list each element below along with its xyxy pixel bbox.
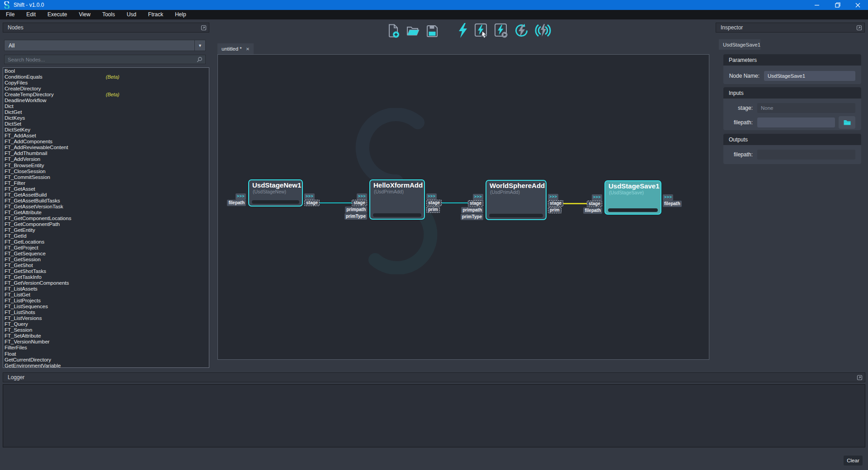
node-list-item[interactable]: DictGet — [3, 109, 209, 115]
node-list-item[interactable]: FT_ListProjects — [3, 298, 209, 304]
node-list-item[interactable]: CreateTempDirectory(Beta) — [3, 92, 209, 98]
node-list-item[interactable]: DictSet — [3, 121, 209, 127]
node-list-item[interactable]: FT_GetVersionComponents — [3, 280, 209, 286]
node-list-item[interactable]: FT_AddReviewableContent — [3, 145, 209, 150]
node-list-item[interactable]: Bool — [3, 68, 209, 74]
tab-close-icon[interactable]: ✕ — [246, 47, 250, 52]
node-list-item[interactable]: FT_GetLocations — [3, 239, 209, 245]
input-port-filepath[interactable]: filepath — [583, 207, 602, 214]
node-list-item[interactable]: FT_GetId — [3, 233, 209, 239]
node-list-item[interactable]: DeadlineWorkflow — [3, 98, 209, 103]
graph-node[interactable]: UsdStageSave1(UsdStageSave) — [604, 180, 661, 215]
undock-icon[interactable] — [201, 25, 207, 32]
output-port-stage[interactable]: stage — [426, 200, 442, 206]
node-list-item[interactable]: FT_GetShotTasks — [3, 268, 209, 274]
output-port-filepath[interactable]: filepath — [663, 201, 682, 207]
menu-usd[interactable]: Usd — [121, 10, 142, 19]
graph-node[interactable]: UsdStageNew1(UsdStageNew) — [248, 179, 303, 207]
restore-button[interactable] — [827, 0, 848, 10]
node-list-item[interactable]: FT_AddThumbnail — [3, 150, 209, 156]
minimize-button[interactable] — [807, 0, 827, 10]
node-list-item[interactable]: FT_Session — [3, 327, 209, 333]
input-port-stage[interactable]: stage — [352, 200, 367, 206]
node-list-item[interactable]: FT_ListSequences — [3, 304, 209, 310]
search-input[interactable] — [5, 57, 197, 62]
menu-tools[interactable]: Tools — [96, 10, 121, 19]
undock-icon[interactable] — [857, 375, 863, 382]
node-list-item[interactable]: ConditionEquals(Beta) — [3, 74, 209, 80]
exec-out-port[interactable]: >>> — [304, 193, 315, 200]
node-list-item[interactable]: FT_GetComponentPath — [3, 221, 209, 227]
soft-execute-icon[interactable] — [514, 23, 529, 38]
node-list-item[interactable]: FT_ListShots — [3, 310, 209, 315]
node-name-field[interactable] — [764, 71, 855, 81]
open-graph-icon[interactable] — [406, 24, 420, 38]
node-list-item[interactable]: FT_GetComponentLocations — [3, 216, 209, 221]
output-port-prim[interactable]: prim — [548, 207, 561, 213]
node-list-item[interactable]: FT_CommitSession — [3, 174, 209, 180]
node-list-item[interactable]: FT_GetAssetVersionTask — [3, 204, 209, 210]
node-list-item[interactable]: FT_AddVersion — [3, 156, 209, 162]
node-list-item[interactable]: FT_GetAssetBuild — [3, 192, 209, 198]
input-port-stage[interactable]: stage — [468, 200, 483, 207]
node-list-item[interactable]: CreateDirectory — [3, 86, 209, 92]
node-list-item[interactable]: Float — [3, 351, 209, 357]
node-list-item[interactable]: CopyFiles — [3, 80, 209, 86]
clear-logger-button[interactable]: Clear — [844, 456, 863, 465]
node-filter-dropdown[interactable]: All ▼ — [4, 40, 206, 51]
node-list-item[interactable]: FT_GetTaskInfo — [3, 274, 209, 280]
graph-tab[interactable]: untitled * ✕ — [217, 43, 254, 54]
stage-field[interactable] — [757, 103, 855, 113]
execute-graph-icon[interactable] — [458, 23, 468, 38]
node-list-item[interactable]: FT_AddComponents — [3, 139, 209, 145]
input-port-primpath[interactable]: primpath — [461, 207, 483, 213]
node-list-item[interactable]: FT_SetAttribute — [3, 333, 209, 339]
close-button[interactable] — [848, 0, 868, 10]
graph-node[interactable]: HelloXformAdd(UsdPrimAdd) — [369, 179, 425, 220]
input-port-stage[interactable]: stage — [587, 201, 602, 207]
node-list-item[interactable]: FilterFiles — [3, 345, 209, 351]
menu-ftrack[interactable]: Ftrack — [142, 10, 169, 19]
filepath-field[interactable] — [757, 118, 835, 127]
node-list-item[interactable]: Dict — [3, 103, 209, 109]
node-list-item[interactable]: FT_Query — [3, 321, 209, 327]
exec-out-port[interactable]: >>> — [426, 193, 437, 200]
exec-out-port[interactable]: >>> — [663, 194, 673, 201]
node-list-item[interactable]: FT_GetEntity — [3, 227, 209, 233]
output-port-prim[interactable]: prim — [426, 207, 440, 213]
node-list-item[interactable]: FT_ListVersions — [3, 315, 209, 321]
node-list-item[interactable]: DictKeys — [3, 115, 209, 121]
node-list-item[interactable]: FT_VersionNumber — [3, 339, 209, 345]
node-list-item[interactable]: FT_GetSequence — [3, 251, 209, 257]
exec-in-port[interactable]: >>> — [592, 194, 602, 201]
input-port-filepath[interactable]: filepath — [227, 200, 246, 206]
logger-output[interactable] — [3, 384, 865, 447]
node-list-item[interactable]: FT_Filter — [3, 180, 209, 186]
node-list-item[interactable]: DictSetKey — [3, 127, 209, 133]
output-filepath-field[interactable] — [757, 150, 855, 160]
graph-node[interactable]: WorldSphereAdd(UsdPrimAdd) — [486, 180, 547, 220]
node-list-item[interactable]: FT_AddAsset — [3, 133, 209, 139]
save-graph-icon[interactable] — [426, 24, 439, 38]
node-list-item[interactable]: FT_CloseSession — [3, 169, 209, 174]
node-list-item[interactable]: FT_GetSession — [3, 257, 209, 263]
output-port-stage[interactable]: stage — [304, 200, 320, 206]
exec-in-port[interactable]: >>> — [236, 193, 246, 200]
input-port-primpath[interactable]: primpath — [345, 207, 367, 213]
node-list-item[interactable]: GetCurrentDirectory — [3, 357, 209, 363]
graph-canvas[interactable]: UsdStageNew1(UsdStageNew)>>>filepath>>>s… — [217, 54, 709, 360]
menu-help[interactable]: Help — [169, 10, 192, 19]
node-list-item[interactable]: GetEnvironmentVariable — [3, 363, 209, 368]
node-list-item[interactable]: FT_GetAssetBuildTasks — [3, 198, 209, 204]
undock-icon[interactable] — [856, 25, 862, 32]
execute-from-selected-icon[interactable] — [494, 23, 508, 38]
node-list-item[interactable]: FT_ListGet — [3, 292, 209, 298]
node-list-item[interactable]: FT_GetShot — [3, 263, 209, 268]
exec-in-port[interactable]: >>> — [473, 194, 483, 200]
input-port-primType[interactable]: primType — [344, 213, 367, 220]
node-list-item[interactable]: FT_GetAsset — [3, 186, 209, 192]
node-list-item[interactable]: FT_BrowseEntity — [3, 163, 209, 169]
execute-selected-icon[interactable] — [474, 23, 488, 38]
input-port-primType[interactable]: primType — [461, 214, 483, 220]
browse-filepath-button[interactable] — [839, 116, 855, 129]
